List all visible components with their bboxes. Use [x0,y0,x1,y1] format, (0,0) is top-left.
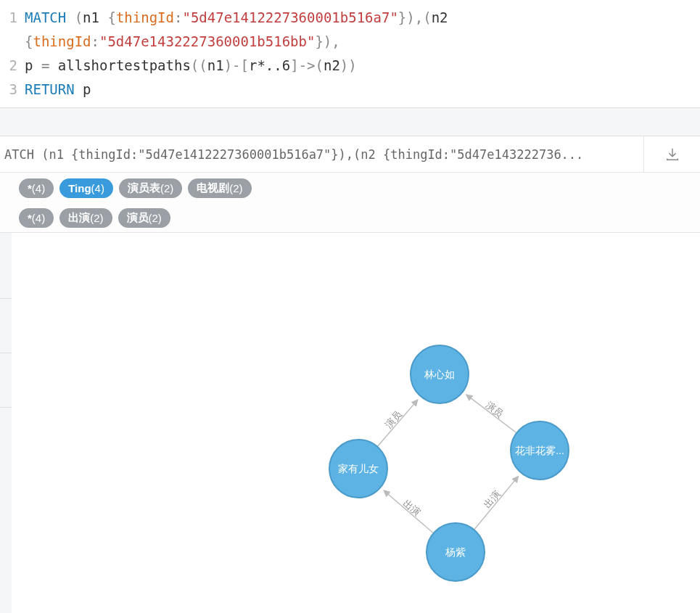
export-button[interactable] [643,136,700,173]
node-label: 花非花雾... [515,445,564,456]
graph-visualization[interactable]: 演员演员出演出演 林心如家有儿女花非花雾...杨紫 [0,233,700,613]
query-preview: ATCH (n1 {thingId:"5d47e1412227360001b51… [0,147,643,162]
editor-line: 1 MATCH (n1 {thingId:"5d47e1412227360001… [0,6,700,30]
node-label: 杨紫 [445,546,466,558]
relationship-chips-row: *(4)出演(2)演员(2) [0,202,700,232]
cypher-editor[interactable]: 1 MATCH (n1 {thingId:"5d47e1412227360001… [0,0,700,107]
download-icon [664,147,680,162]
line-number: 1 [3,6,25,30]
node-label: 林心如 [424,369,455,380]
code-content: {thingId:"5d47e1432227360001b516bb"}), [25,30,697,54]
code-content: p = allshortestpaths((n1)-[r*..6]->(n2)) [25,54,697,78]
graph-node[interactable]: 杨紫 [427,523,485,581]
node-chips-row: *(4)Ting(4)演员表(2)电视剧(2) [0,173,700,202]
legend-chip[interactable]: 电视剧(2) [188,178,251,198]
code-content: MATCH (n1 {thingId:"5d47e1412227360001b5… [25,6,697,30]
graph-node[interactable]: 林心如 [411,345,469,403]
editor-line: {thingId:"5d47e1432227360001b516bb"}), [0,30,700,54]
legend-chip[interactable]: 出演(2) [59,208,112,228]
legend-chip[interactable]: Ting(4) [59,178,113,198]
line-number: 2 [3,54,25,78]
graph-svg[interactable]: 演员演员出演出演 林心如家有儿女花非花雾...杨紫 [12,233,700,613]
line-number: 3 [3,78,25,102]
legend-chip[interactable]: *(4) [19,178,54,198]
view-mode-sidebar [0,233,12,613]
graph-node[interactable]: 家有儿女 [329,440,387,498]
legend-chip[interactable]: 演员(2) [118,208,170,228]
editor-line: 3 RETURN p [0,78,700,102]
node-label: 家有儿女 [338,463,379,474]
legend-chip[interactable]: 演员表(2) [119,178,182,198]
line-number [3,30,25,54]
legend-chip[interactable]: *(4) [19,208,54,228]
editor-result-gap [0,107,700,136]
result-header: ATCH (n1 {thingId:"5d47e1412227360001b51… [0,136,700,173]
editor-line: 2 p = allshortestpaths((n1)-[r*..6]->(n2… [0,54,700,78]
graph-node[interactable]: 花非花雾... [511,421,569,480]
code-content: RETURN p [25,78,697,102]
legend-chips: *(4)Ting(4)演员表(2)电视剧(2) *(4)出演(2)演员(2) [0,173,700,233]
